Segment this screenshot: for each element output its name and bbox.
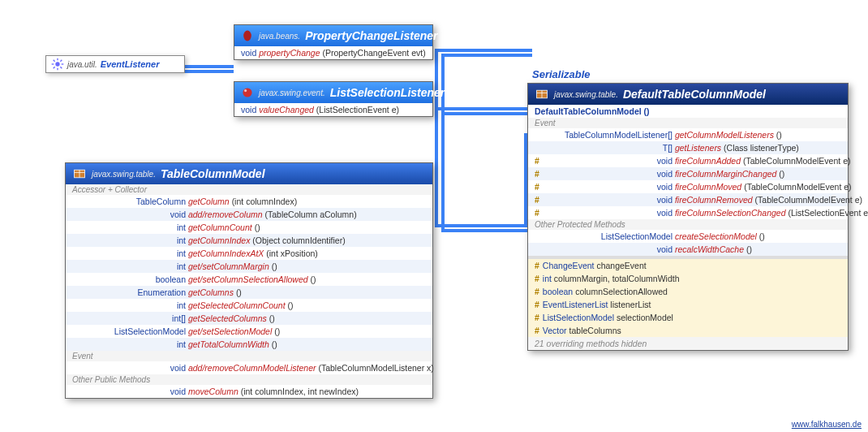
pkg-label: javax.swing.event. [259,89,325,97]
title-bar: java.beans. PropertyChangeListener [234,25,432,46]
class-defaulttablecolumnmodel: javax.swing.table. DefaultTableColumnMod… [527,83,849,351]
field-row: #int columnMargin, totalColumnWidth [528,272,848,285]
method-row: void add/removeColumn (TableColumn aColu… [66,208,432,221]
connector [435,49,438,227]
section-label: Event [528,118,848,128]
method-row: int getColumnIndexAtX (int xPosition) [66,247,432,260]
section-label: Other Protected Methods [528,219,848,230]
svg-point-0 [55,62,59,66]
svg-line-7 [54,67,55,68]
section-label: Event [66,351,432,361]
connector [185,70,234,73]
connector [435,107,532,110]
method-row: #void fireColumnSelectionChanged (ListSe… [528,206,848,219]
connector [435,224,532,227]
title-bar: javax.swing.table. DefaultTableColumnMod… [528,84,848,105]
pkg-label: java.util. [67,60,97,69]
title-bar: javax.swing.event. ListSelectionListener [234,82,432,103]
method-row: int getColumnIndex (Object columnIdentif… [66,234,432,247]
method-row: ListSelectionModel createSelectionModel … [528,230,848,243]
interface-tablecolumnmodel: javax.swing.table. TableColumnModel Acce… [65,162,433,399]
pkg-label: java.beans. [259,32,300,41]
svg-line-8 [60,60,62,62]
hidden-methods-row: 21 overriding methods hidden [528,337,848,350]
method-row: T[] getListeners (Class listenerType) [528,141,848,154]
section-label: Accessor + Collector [66,184,432,195]
section-label: Other Public Methods [66,374,432,385]
footer-link[interactable]: www.falkhausen.de [792,420,862,429]
svg-point-11 [244,89,247,92]
method-row: TableColumn getColumn (int columnIndex) [66,195,432,208]
field-row: #ChangeEvent changeEvent [528,259,848,272]
method-row: int getColumnCount () [66,221,432,234]
svg-line-5 [54,60,55,62]
interface-header: java.util. EventListener [46,56,184,72]
method-row: boolean get/setColumnSelectionAllowed () [66,273,432,286]
serializable-label: Serializable [532,68,591,80]
method-row: #void fireColumnMoved (TableColumnModelE… [528,180,848,193]
connector [441,54,445,231]
table-icon [535,87,549,102]
method-row: int[] getSelectedColumns () [66,312,432,325]
constructor-row: DefaultTableColumnModel () [528,105,848,118]
svg-line-6 [60,67,62,68]
interface-propertychangelistener: java.beans. PropertyChangeListener void … [234,24,433,60]
class-name: DefaultTableColumnModel [623,88,766,101]
class-name: EventListener [101,59,160,69]
connector [441,54,532,57]
field-row: #EventListenerList listenerList [528,298,848,311]
field-row: #boolean columnSelectionAllowed [528,285,848,298]
method-row: int getTotalColumnWidth () [66,338,432,351]
method-row: #void fireColumnAdded (TableColumnModelE… [528,154,848,167]
pkg-label: javax.swing.table. [554,90,618,99]
method-row: void propertyChange (PropertyChangeEvent… [234,46,432,59]
interface-listselectionlistener: javax.swing.event. ListSelectionListener… [234,81,433,117]
method-row: #void fireColumnMarginChanged () [528,167,848,180]
svg-point-10 [243,88,251,97]
method-row: int get/setColumnMargin () [66,260,432,273]
method-row: void valueChanged (ListSelectionEvent e) [234,103,432,116]
method-row: TableColumnModelListener[] getColumnMode… [528,128,848,141]
method-row: Enumeration getColumns () [66,286,432,299]
field-row: #ListSelectionModel selectionModel [528,311,848,324]
method-row: #void fireColumnRemoved (TableColumnMode… [528,193,848,206]
title-bar: javax.swing.table. TableColumnModel [66,163,432,184]
class-name: PropertyChangeListener [305,29,437,42]
method-row: void recalcWidthCache () [528,243,848,256]
ball-icon [241,85,254,100]
field-row: #Vector tableColumns [528,324,848,337]
pkg-label: javax.swing.table. [92,170,156,179]
method-row: ListSelectionModel get/setSelectionModel… [66,325,432,338]
method-row: int getSelectedColumnCount () [66,299,432,312]
class-name: ListSelectionListener [330,86,445,99]
connector [185,65,234,68]
connector [441,112,532,115]
bean-icon [241,28,254,43]
method-row: void moveColumn (int columnIndex, int ne… [66,385,432,398]
gear-icon [51,58,64,71]
table-icon [72,166,87,181]
svg-point-9 [243,31,251,41]
method-row: void add/removeColumnModelListener (Tabl… [66,361,432,374]
connector [435,49,532,52]
interface-eventlistener: java.util. EventListener [45,55,185,73]
connector [441,229,532,232]
class-name: TableColumnModel [161,167,265,180]
